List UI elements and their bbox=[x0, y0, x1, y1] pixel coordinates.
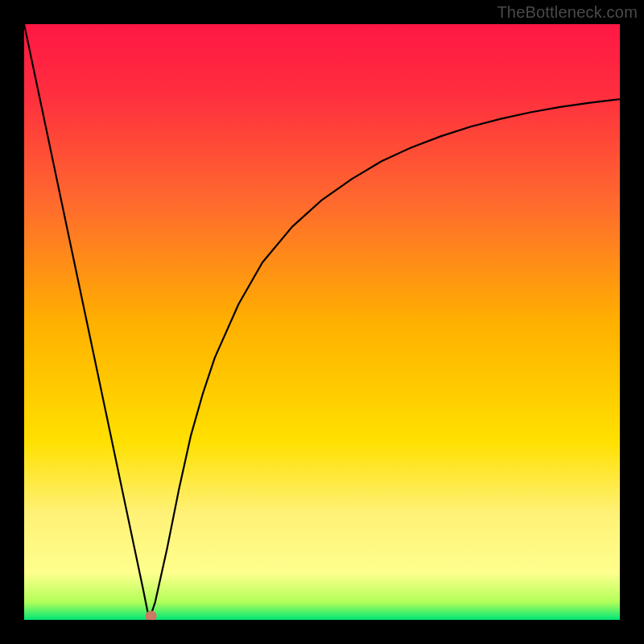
watermark-text: TheBottleneck.com bbox=[497, 3, 638, 22]
gradient-background bbox=[24, 24, 620, 620]
chart-frame: TheBottleneck.com bbox=[0, 0, 644, 644]
chart-svg bbox=[24, 24, 620, 620]
plot-area bbox=[24, 24, 620, 620]
